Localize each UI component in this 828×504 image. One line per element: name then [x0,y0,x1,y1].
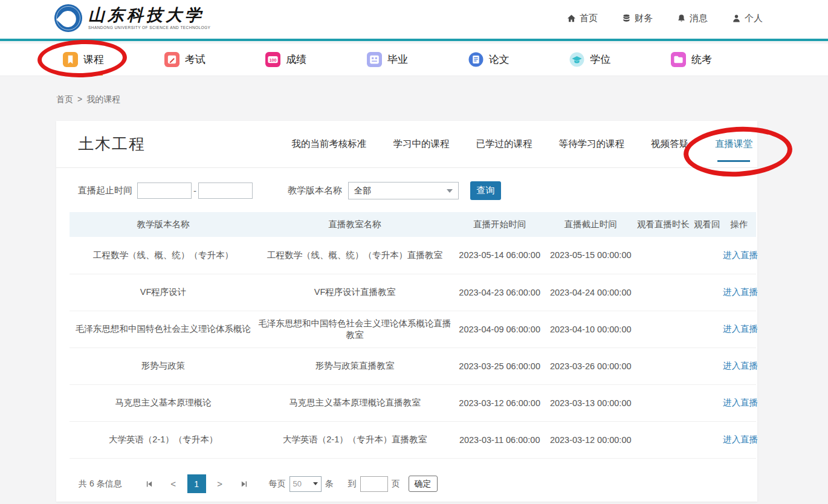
cell-watch_duration [635,237,692,274]
column-header: 直播教室名称 [257,212,453,237]
graduation-icon [367,52,382,67]
cell-end: 2023-05-15 00:00:00 [547,237,635,274]
cell-version: 工程数学（线、概、统）（专升本） [70,237,257,274]
version-label: 教学版本名称 [288,185,342,196]
breadcrumb: 首页 > 我的课程 [56,94,120,105]
column-header: 直播开始时间 [453,212,547,237]
main-nav: 课程 考试 100 成绩 毕业 论文 学位 统考 [0,44,828,76]
enter-live-link[interactable]: 进入直播 [723,398,758,407]
enter-live-link[interactable]: 进入直播 [723,435,758,444]
main-nav-thesis-label: 论文 [489,53,509,66]
university-name-en: SHANDONG UNIVERSITY OF SCIENCE AND TECHN… [88,25,210,30]
main-nav-graduation-label: 毕业 [387,53,408,66]
person-icon [732,14,741,23]
top-nav-messages[interactable]: 消息 [677,13,708,24]
column-header: 观看回 [692,212,722,237]
pagination-total: 共 6 条信息 [79,479,122,489]
main-nav-courses[interactable]: 课程 [63,44,104,76]
time-range-separator: - [193,186,196,196]
main-nav-grades[interactable]: 100 成绩 [265,44,306,76]
cell-start: 2023-04-23 06:00:00 [453,274,547,311]
course-tab[interactable]: 直播课堂 [715,121,752,167]
enter-live-link[interactable]: 进入直播 [723,361,758,370]
time-to-input[interactable] [198,183,253,199]
cell-watch_duration [635,421,692,458]
column-header: 教学版本名称 [70,212,257,237]
cell-room: 马克思主义基本原理概论直播教室 [257,384,453,421]
table-row: 马克思主义基本原理概论马克思主义基本原理概论直播教室2023-03-12 06:… [70,384,756,421]
time-range-label: 直播起止时间 [78,185,132,196]
cell-room: 毛泽东思想和中国特色社会主义理论体系概论直播教室 [257,311,453,347]
university-emblem-icon [54,4,82,32]
main-nav-unified-exam[interactable]: 统考 [671,44,712,76]
main-nav-courses-label: 课程 [83,53,104,66]
confirm-button[interactable]: 确定 [409,476,438,492]
cell-room: 工程数学（线、概、统）（专升本）直播教室 [257,237,453,274]
cell-watch_duration [635,274,692,311]
live-table: 教学版本名称直播教室名称直播开始时间直播截止时间观看直播时长观看回操作 工程数学… [70,212,756,459]
main-nav-exams-label: 考试 [185,53,205,66]
table-row: 毛泽东思想和中国特色社会主义理论体系概论毛泽东思想和中国特色社会主义理论体系概论… [70,311,756,347]
top-nav-home[interactable]: 首页 [567,13,598,24]
cell-watch_replay [692,421,722,458]
thesis-icon [468,52,484,67]
unified-exam-icon [671,52,686,67]
breadcrumb-separator: > [77,94,82,105]
cell-watch_replay [692,274,722,311]
current-page[interactable]: 1 [187,474,206,493]
time-from-input[interactable] [137,183,192,199]
course-tab[interactable]: 等待学习的课程 [559,121,625,167]
svg-text:100: 100 [270,57,277,63]
cell-watch_replay [692,384,722,421]
top-nav-finance-label: 财务 [635,13,653,24]
cell-watch_duration [635,384,692,421]
last-page-button[interactable] [235,475,253,493]
top-nav-finance[interactable]: 财务 [622,13,653,24]
version-select[interactable]: 全部 [348,182,459,199]
cell-end: 2023-04-10 00:00:00 [547,311,635,347]
course-tab[interactable]: 学习中的课程 [393,121,450,167]
course-tab[interactable]: 我的当前考核标准 [292,121,367,167]
cell-start: 2023-03-25 06:00:00 [453,347,547,384]
main-nav-exams[interactable]: 考试 [164,44,205,76]
top-nav-profile-label: 个人 [745,13,763,24]
cell-watch_duration [635,311,692,347]
cell-end: 2023-03-26 00:00:00 [547,347,635,384]
top-nav-profile[interactable]: 个人 [732,13,763,24]
cell-watch_replay [692,347,722,384]
main-nav-degree[interactable]: 学位 [569,44,610,76]
main-nav-graduation[interactable]: 毕业 [367,44,408,76]
exam-icon [164,52,180,67]
cell-end: 2023-03-12 00:00:00 [547,421,635,458]
enter-live-link[interactable]: 进入直播 [723,250,758,260]
main-nav-grades-label: 成绩 [286,53,306,66]
column-header: 操作 [722,212,756,237]
main-nav-unified-exam-label: 统考 [691,53,712,66]
search-button[interactable]: 查询 [470,181,501,200]
cell-version: 形势与政策 [70,347,257,384]
university-name-cn: 山东科技大学 [88,7,210,24]
breadcrumb-home[interactable]: 首页 [56,94,73,105]
prev-page-button[interactable]: < [164,475,183,493]
cell-end: 2023-04-24 00:00:00 [547,274,635,311]
cell-start: 2023-03-11 06:00:00 [453,421,547,458]
column-header: 观看直播时长 [635,212,692,237]
enter-live-link[interactable]: 进入直播 [723,287,758,297]
course-tab[interactable]: 视频答疑 [651,121,688,167]
per-page-select[interactable]: 50 [289,476,322,492]
cell-version: 大学英语（2-1）（专升本） [70,421,257,458]
top-nav-home-label: 首页 [580,13,598,24]
next-page-button[interactable]: > [211,475,229,493]
first-page-button[interactable] [140,475,158,493]
goto-page-input[interactable] [360,476,388,492]
goto-suffix: 页 [392,479,400,489]
cell-watch_replay [692,311,722,347]
enter-live-link[interactable]: 进入直播 [723,324,758,334]
course-tabs: 我的当前考核标准学习中的课程已学过的课程等待学习的课程视频答疑直播课堂 [292,121,753,167]
main-nav-degree-label: 学位 [590,53,610,66]
column-header: 直播截止时间 [547,212,635,237]
course-tab[interactable]: 已学过的课程 [476,121,532,167]
cell-room: VF程序设计直播教室 [257,274,453,311]
main-nav-thesis[interactable]: 论文 [468,44,509,76]
cell-action: 进入直播 [722,311,756,347]
